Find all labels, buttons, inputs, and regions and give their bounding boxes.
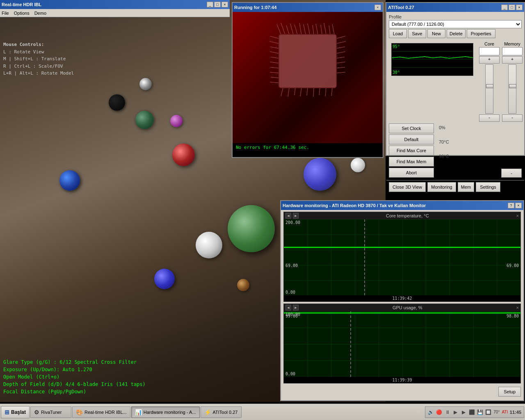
taskbar-item-hwmon[interactable]: 📊 Hardware monitoring - A...	[131, 406, 200, 418]
start-button[interactable]: ⊞ Başlat	[1, 406, 30, 418]
memory-minus-btn[interactable]: -	[502, 114, 523, 122]
core-plus-btn[interactable]: +	[479, 56, 500, 64]
focal-info: Focal Distance (PgUp/PgDown)	[3, 388, 146, 395]
properties-button[interactable]: Properties	[467, 29, 495, 38]
hwmon-window-controls: ? ×	[508, 203, 522, 208]
set-clock-button[interactable]: Set Clock	[389, 123, 434, 133]
systray-icon-4: ▶	[452, 409, 459, 415]
chart1-left-btn[interactable]: ◄	[285, 213, 291, 219]
bottom-buttons: Close 3D View Monitoring Mem Settings	[386, 180, 524, 194]
chart1-vline-2	[331, 219, 331, 295]
svg-line-13	[329, 25, 330, 34]
menu-demo[interactable]: Demo	[34, 11, 46, 16]
systray-icon-2: 🔴	[436, 409, 443, 415]
menu-options[interactable]: Options	[14, 11, 30, 16]
atitool-maximize-btn[interactable]: □	[509, 5, 515, 10]
marble-bronze	[237, 279, 249, 291]
close-3d-view-button[interactable]: Close 3D View	[389, 182, 426, 192]
mem-button[interactable]: Mem	[458, 182, 474, 192]
chart2-vline-5	[402, 311, 403, 377]
memory-plus-btn[interactable]: +	[502, 56, 523, 64]
rivatuner-label: RivaTuner	[41, 410, 62, 415]
chart1-data-line	[284, 247, 520, 248]
hwmon-title: Hardware monitoring - ATI Radeon HD 3870…	[283, 203, 426, 208]
memory-slider[interactable]	[508, 64, 516, 114]
chart2-vline-4	[379, 311, 379, 377]
right-minus-btn[interactable]: -	[501, 169, 522, 178]
chart1-header: ◄ ► Core temperature, °C ×	[284, 212, 520, 219]
svg-line-7	[304, 24, 306, 34]
abort-button[interactable]: Abort	[389, 168, 434, 178]
atitool-minimize-btn[interactable]: _	[501, 5, 508, 10]
mouse-controls: Mouse Controls: L : Rotate View M | Shif…	[3, 41, 74, 77]
atitool-window-controls: _ □ ×	[501, 5, 523, 10]
artifact-window: Running for 1:07:44 ×	[232, 2, 383, 158]
hwmon-help-btn[interactable]: ?	[508, 203, 514, 208]
temp-indicators: 0% 70°C 98°C	[439, 125, 449, 178]
profile-select[interactable]: Default (777.00 / 1126.00)	[389, 20, 522, 28]
chart1-right-btn[interactable]: ►	[293, 213, 299, 219]
graph-label-30: 30°	[393, 70, 400, 75]
save-button[interactable]: Save	[408, 29, 426, 38]
taskbar-item-atitool[interactable]: ⚡ ATITool 0.27	[201, 406, 242, 418]
new-button[interactable]: New	[427, 29, 445, 38]
svg-line-23	[271, 77, 279, 78]
find-max-core-button[interactable]: Find Max Core	[389, 146, 434, 155]
core-label: Core	[484, 41, 494, 46]
setup-button[interactable]: Setup	[498, 387, 521, 397]
core-slider[interactable]	[485, 64, 493, 114]
artifact-close-btn[interactable]: ×	[374, 5, 381, 10]
temp-70: 70°C	[439, 139, 449, 144]
hdr-taskbar-label: Real-time HDR IBL...	[84, 410, 127, 415]
default-button[interactable]: Default	[389, 135, 434, 144]
hdr-minimize-btn[interactable]: _	[207, 2, 213, 7]
marble-3	[135, 111, 154, 129]
chart2-vline-9	[497, 311, 497, 377]
taskbar-item-rivatuner[interactable]: ⚙ RivaTuner	[30, 406, 71, 418]
load-button[interactable]: Load	[389, 29, 407, 38]
settings-button[interactable]: Settings	[476, 182, 500, 192]
chart1-close[interactable]: ×	[516, 213, 519, 218]
svg-line-18	[270, 52, 279, 53]
hdr-titlebar: Real-time HDR IBL _ □ ×	[0, 0, 230, 9]
chart2-vline-6	[426, 311, 426, 377]
chart2-close[interactable]: ×	[516, 305, 519, 310]
svg-line-24	[270, 82, 279, 83]
chart1-vline-7	[450, 219, 450, 295]
chart2-vline-8	[473, 311, 474, 377]
svg-line-21	[270, 67, 279, 68]
svg-line-41	[331, 88, 332, 96]
open-model-info: Open Model (Ctrl+o)	[3, 373, 146, 381]
graph-svg	[392, 43, 473, 76]
marble-silver	[196, 232, 222, 258]
depth-info: Depth of Field (d/D) 4/4 6-blade Iris (1…	[3, 381, 146, 388]
core-slider-thumb	[486, 84, 493, 88]
atitool-title: ATITool 0.27	[388, 5, 414, 10]
systray: 🔊 🔴 ⏸ ▶ ▶ ⬛ 💾 🔲 70° ATI 11:45	[425, 406, 524, 418]
mouse-lr: L+R | Alt+L : Rotate Model	[3, 70, 74, 77]
profile-select-row: Default (777.00 / 1126.00)	[389, 20, 522, 28]
hdr-maximize-btn[interactable]: □	[214, 2, 221, 7]
delete-button[interactable]: Delete	[447, 29, 466, 38]
memory-value-input[interactable]: 1125.00	[502, 47, 523, 55]
hwmon-close-btn[interactable]: ×	[515, 203, 522, 208]
menu-file[interactable]: File	[2, 11, 9, 16]
find-max-mem-button[interactable]: Find Max Mem	[389, 157, 434, 167]
svg-line-19	[271, 57, 279, 58]
start-icon: ⊞	[5, 409, 9, 415]
atitool-close-btn[interactable]: ×	[516, 5, 523, 10]
monitoring-button[interactable]: Monitoring	[427, 182, 456, 192]
hdr-close-btn[interactable]: ×	[221, 2, 228, 7]
core-value-input[interactable]: 776.00	[479, 47, 500, 55]
atitool-window: ATITool 0.27 _ □ × Profile Default (777.…	[386, 2, 525, 156]
chart2-vline-1	[308, 311, 308, 377]
memory-slider-thumb	[509, 84, 516, 88]
svg-line-11	[321, 25, 322, 34]
core-minus-btn[interactable]: -	[479, 114, 500, 122]
svg-line-16	[269, 41, 279, 43]
chart2-title: GPU usage, %	[393, 305, 422, 310]
chart2-left-btn[interactable]: ◄	[285, 305, 291, 310]
taskbar-item-hdr[interactable]: 🎨 Real-time HDR IBL...	[72, 406, 130, 418]
svg-line-37	[307, 88, 308, 96]
chart2-right-btn[interactable]: ►	[293, 305, 299, 310]
